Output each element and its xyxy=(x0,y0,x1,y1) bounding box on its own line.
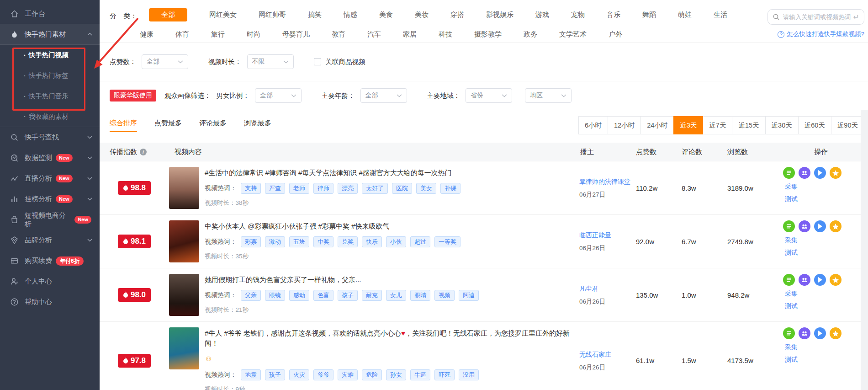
audience-icon[interactable] xyxy=(799,167,810,179)
play-icon[interactable] xyxy=(814,220,826,232)
hot-word-tag[interactable]: 色盲 xyxy=(313,290,333,301)
category-chip[interactable]: 网红帅哥 xyxy=(259,8,286,21)
hot-word-tag[interactable]: 支持 xyxy=(241,183,261,194)
collect-link[interactable]: 采集 xyxy=(785,183,861,191)
hot-word-tag[interactable]: 兑奖 xyxy=(338,236,358,247)
gender-select[interactable]: 全部 xyxy=(255,88,302,103)
sidebar-item-my-favorites[interactable]: 我收藏的素材 xyxy=(0,107,100,127)
sidebar-item-data-monitor[interactable]: 数据监测 New xyxy=(0,148,100,168)
category-chip[interactable]: 影视娱乐 xyxy=(486,8,513,21)
hot-word-tag[interactable]: 补课 xyxy=(440,183,460,194)
category-chip[interactable]: 旅行 xyxy=(211,28,225,41)
hot-word-tag[interactable]: 孩子 xyxy=(338,290,358,301)
video-title[interactable]: 中奖小伙本人 @彩票疯狂小伙张子强 #彩票中奖 #快来吸欧气 xyxy=(205,221,460,231)
hot-word-tag[interactable]: 美女 xyxy=(416,183,436,194)
test-link[interactable]: 测试 xyxy=(785,249,861,257)
category-chip[interactable]: 时尚 xyxy=(247,28,260,41)
time-range-button[interactable]: 6小时 xyxy=(578,116,608,134)
hot-word-tag[interactable]: 眼睛 xyxy=(410,290,430,301)
hot-word-tag[interactable]: 耐克 xyxy=(362,290,382,301)
category-chip[interactable]: 健康 xyxy=(140,28,153,41)
time-range-button[interactable]: 近60天 xyxy=(798,116,831,134)
sidebar-item-hot-materials[interactable]: 快手热门素材 xyxy=(0,24,100,45)
category-chip[interactable]: 全部 xyxy=(149,8,187,21)
report-icon[interactable] xyxy=(783,327,795,339)
hot-word-tag[interactable]: 灾难 xyxy=(338,369,358,380)
sidebar-item-ranking-analysis[interactable]: 挂榜分析 New xyxy=(0,189,100,209)
test-link[interactable]: 测试 xyxy=(785,195,861,203)
hot-word-tag[interactable]: 彩票 xyxy=(241,236,261,247)
category-chip[interactable]: 游戏 xyxy=(535,8,549,21)
collect-link[interactable]: 采集 xyxy=(785,343,861,352)
category-chip[interactable]: 穿搭 xyxy=(450,8,464,21)
star-icon[interactable] xyxy=(830,220,842,232)
video-thumbnail[interactable] xyxy=(169,327,199,369)
time-range-button[interactable]: 24小时 xyxy=(640,116,674,134)
category-chip[interactable]: 生活 xyxy=(714,8,727,21)
sidebar-item-live-analysis[interactable]: 直播分析 New xyxy=(0,168,100,189)
hot-word-tag[interactable]: 中奖 xyxy=(313,236,333,247)
hot-word-tag[interactable]: 感动 xyxy=(289,290,309,301)
category-chip[interactable]: 舞蹈 xyxy=(642,8,656,21)
category-chip[interactable]: 美食 xyxy=(379,8,393,21)
time-range-button[interactable]: 12小时 xyxy=(608,116,641,134)
hot-word-tag[interactable]: 牛逼 xyxy=(410,369,430,380)
collect-link[interactable]: 采集 xyxy=(785,290,861,298)
report-icon[interactable] xyxy=(783,220,795,232)
province-select[interactable]: 省份 xyxy=(466,88,512,103)
video-thumbnail[interactable] xyxy=(169,167,199,209)
hot-word-tag[interactable]: 女儿 xyxy=(386,290,406,301)
category-chip[interactable]: 萌娃 xyxy=(678,8,692,21)
category-chip[interactable]: 教育 xyxy=(332,28,345,41)
hot-word-tag[interactable]: 爷爷 xyxy=(313,369,333,380)
sort-tab[interactable]: 综合排序 xyxy=(110,119,137,132)
sidebar-item-personal-center[interactable]: 个人中心 xyxy=(0,271,100,292)
video-title[interactable]: 她用假期打工的钱为色盲父亲买了一样礼物，父亲... xyxy=(205,275,479,285)
video-thumbnail[interactable] xyxy=(169,274,199,316)
hot-word-tag[interactable]: 视频 xyxy=(434,290,455,301)
play-icon[interactable] xyxy=(814,167,826,179)
hot-word-tag[interactable]: 快乐 xyxy=(362,236,382,247)
report-icon[interactable] xyxy=(783,167,795,179)
star-icon[interactable] xyxy=(830,274,842,286)
video-thumbnail[interactable] xyxy=(169,220,199,262)
help-link[interactable]: 怎么快速打造快手爆款视频? xyxy=(778,30,864,38)
sidebar-item-account-search[interactable]: 快手号查找 xyxy=(0,127,100,148)
hot-word-tag[interactable]: 律师 xyxy=(313,183,333,194)
hot-word-tag[interactable]: 太好了 xyxy=(362,183,388,194)
info-icon[interactable] xyxy=(140,149,147,155)
video-title[interactable]: #牛人 #爷爷 老铁们，感谢点开这条视频，喜欢的话就点亮小心心♥，关注我们吧！无… xyxy=(205,328,575,348)
author-link[interactable]: 无线石家庄 xyxy=(579,350,630,359)
sidebar-item-workbench[interactable]: 工作台 xyxy=(0,4,100,24)
hot-word-tag[interactable]: 吓死 xyxy=(434,369,455,380)
hot-word-tag[interactable]: 火灾 xyxy=(289,369,309,380)
sidebar-item-hot-videos[interactable]: 快手热门视频 xyxy=(0,45,100,65)
enter-icon[interactable] xyxy=(853,13,859,21)
hot-word-tag[interactable]: 眼镜 xyxy=(265,290,285,301)
hot-word-tag[interactable]: 漂亮 xyxy=(338,183,358,194)
hot-word-tag[interactable]: 超过 xyxy=(410,236,430,247)
hot-word-tag[interactable]: 阿迪 xyxy=(459,290,479,301)
duration-select[interactable]: 不限 xyxy=(247,54,294,69)
sort-tab[interactable]: 浏览最多 xyxy=(244,119,271,132)
time-range-button[interactable]: 近90天 xyxy=(831,116,864,134)
author-link[interactable]: 覃律师的法律课堂 xyxy=(579,177,630,187)
district-select[interactable]: 地区 xyxy=(525,88,572,103)
star-icon[interactable] xyxy=(830,167,842,179)
hot-word-tag[interactable]: 严查 xyxy=(265,183,285,194)
author-link[interactable]: 凡尘君 xyxy=(579,284,630,294)
hot-word-tag[interactable]: 五块 xyxy=(289,236,309,247)
hot-word-tag[interactable]: 医院 xyxy=(392,183,412,194)
sort-tab[interactable]: 评论最多 xyxy=(199,119,227,132)
age-select[interactable]: 全部 xyxy=(360,88,407,103)
sidebar-item-ecommerce-analysis[interactable]: 短视频电商分析 New xyxy=(0,209,100,230)
star-icon[interactable] xyxy=(830,327,842,339)
audience-icon[interactable] xyxy=(799,327,810,339)
hot-word-tag[interactable]: 孩子 xyxy=(265,369,285,380)
product-video-checkbox[interactable] xyxy=(314,58,321,65)
category-chip[interactable]: 汽车 xyxy=(367,28,381,41)
hot-word-tag[interactable]: 激动 xyxy=(265,236,285,247)
category-chip[interactable]: 摄影教学 xyxy=(474,28,502,41)
search-input[interactable] xyxy=(783,14,853,21)
category-chip[interactable]: 政务 xyxy=(524,28,537,41)
